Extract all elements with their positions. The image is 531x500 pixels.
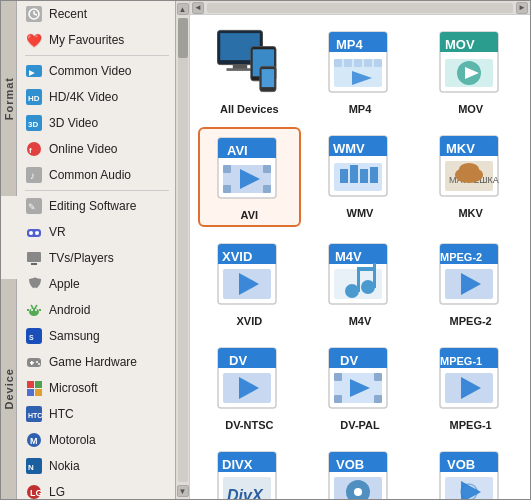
sidebar-item-android[interactable]: Android [19,297,175,323]
format-item-mov[interactable]: MOV MOV [419,23,522,119]
svg-text:VOB: VOB [336,457,364,472]
sidebar-item-game-hardware[interactable]: Game Hardware [19,349,175,375]
format-item-dv-ntsc[interactable]: DV DV-NTSC [198,339,301,435]
hd-icon: HD [25,88,43,106]
scroll-right-button[interactable]: ► [516,2,528,14]
m4v-icon: M4V [324,239,396,311]
svg-rect-62 [334,59,342,67]
sidebar-item-label: Recent [49,7,87,21]
sidebar-item-htc[interactable]: HTC HTC [19,401,175,427]
format-item-label: MP4 [349,103,372,115]
scroll-down-button[interactable]: ▼ [177,485,189,497]
scroll-thumb[interactable] [178,18,188,58]
format-content-area: ◄ ► [190,1,530,499]
sidebar-item-label: Common Video [49,64,132,78]
format-item-wmv[interactable]: WMV WMV [309,127,412,227]
clock-icon [25,5,43,23]
dv-pal-icon: DV [324,343,396,415]
format-item-avi[interactable]: AVI AVI [198,127,301,227]
vr-icon [25,223,43,241]
sidebar-item-samsung[interactable]: S Samsung [19,323,175,349]
format-item-mpeg1[interactable]: MPEG-1 MPEG-1 [419,339,522,435]
all-devices-icon [213,27,285,99]
svg-text:LG: LG [30,488,42,498]
svg-rect-35 [27,381,34,388]
sidebar-item-label: Online Video [49,142,118,156]
format-section-label: Format [1,1,17,196]
svg-rect-80 [223,165,231,173]
svg-rect-19 [27,252,41,262]
format-item-mpeg2[interactable]: MPEG-2 MPEG-2 [419,235,522,331]
format-item-mkv[interactable]: MKV МАТРЁШКА MKV [419,127,522,227]
sidebar-item-label: LG [49,485,65,499]
sidebar-item-editing-software[interactable]: ✎ Editing Software [19,193,175,219]
nokia-icon: N [25,457,43,475]
sidebar-item-motorola[interactable]: M Motorola [19,427,175,453]
svg-point-24 [31,309,33,311]
sidebar-item-label: Android [49,303,90,317]
sidebar-item-3d-video[interactable]: 3D 3D Video [19,110,175,136]
scroll-up-button[interactable]: ▲ [177,3,189,15]
sidebar-item-nokia[interactable]: N Nokia [19,453,175,479]
svg-rect-91 [350,165,358,183]
scroll-track [178,18,188,482]
svg-point-34 [38,363,40,365]
svg-line-3 [34,14,37,15]
svg-rect-64 [354,59,362,67]
svg-point-25 [35,309,37,311]
divx-icon: DIVX DivX [213,447,285,499]
format-item-all-devices[interactable]: All Devices [198,23,301,119]
sidebar-item-label: Game Hardware [49,355,137,369]
sidebar-item-common-audio[interactable]: ♪ Common Audio [19,162,175,188]
avi-icon: AVI [213,133,285,205]
divider [25,55,169,56]
sidebar: Format Device Recent ❤️ My Favourites [1,1,176,499]
format-label-text: Format [3,77,15,120]
sidebar-item-online-video[interactable]: f Online Video [19,136,175,162]
video-icon: ▶ [25,62,43,80]
format-item-vob1[interactable]: VOB VOB [309,443,412,499]
svg-text:XVID: XVID [222,249,252,264]
svg-text:MPEG-1: MPEG-1 [440,355,482,367]
mp4-icon: MP4 [324,27,396,99]
format-item-m4v[interactable]: M4V M4V [309,235,412,331]
svg-text:DIVX: DIVX [222,457,253,472]
svg-text:HTC: HTC [28,412,42,419]
sidebar-item-tvs-players[interactable]: TVs/Players [19,245,175,271]
svg-rect-65 [364,59,372,67]
device-label-text: Device [3,368,15,409]
sidebar-item-microsoft[interactable]: Microsoft [19,375,175,401]
format-item-dv-pal[interactable]: DV DV-PAL [309,339,412,435]
svg-line-26 [31,305,33,308]
sidebar-item-apple[interactable]: Apple [19,271,175,297]
format-item-mp4[interactable]: MP4 MP4 [309,23,412,119]
format-item-divx[interactable]: DIVX DivX DIVX [198,443,301,499]
svg-rect-136 [374,373,382,381]
sidebar-item-vr[interactable]: VR [19,219,175,245]
sidebar-item-label: Nokia [49,459,80,473]
htc-icon: HTC [25,405,43,423]
apple-icon [25,275,43,293]
sidebar-item-common-video[interactable]: ▶ Common Video [19,58,175,84]
sidebar-item-lg[interactable]: LG LG [19,479,175,499]
svg-point-33 [36,361,38,363]
sidebar-item-recent[interactable]: Recent [19,1,175,27]
format-item-xvid[interactable]: XVID XVID [198,235,301,331]
svg-text:DV: DV [340,353,358,368]
svg-rect-52 [227,68,254,71]
svg-text:N: N [28,463,34,472]
sidebar-item-hd-video[interactable]: HD HD/4K Video [19,84,175,110]
format-item-label: WMV [347,207,374,219]
tv-icon [25,249,43,267]
svg-rect-93 [370,167,378,183]
sidebar-item-label: Samsung [49,329,100,343]
svg-rect-38 [35,389,42,396]
sidebar-item-favourites[interactable]: ❤️ My Favourites [19,27,175,53]
scroll-left-button[interactable]: ◄ [192,2,204,14]
audio-icon: ♪ [25,166,43,184]
vertical-scrollbar[interactable]: ▲ ▼ [176,1,190,499]
format-item-vob2[interactable]: VOB VOB [419,443,522,499]
format-item-label: MKV [458,207,482,219]
android-icon [25,301,43,319]
horizontal-scrollbar[interactable]: ◄ ► [190,1,530,15]
